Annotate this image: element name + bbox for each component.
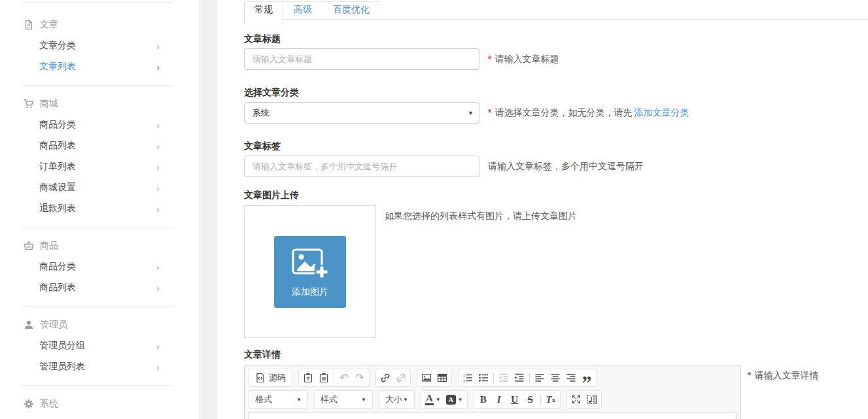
insert-table-button[interactable] — [434, 370, 450, 386]
chevron-right-icon: › — [156, 341, 160, 351]
sidebar-item-label: 订单列表 — [39, 161, 76, 173]
sidebar-item-article-category[interactable]: 文章分类 › — [0, 35, 200, 56]
sidebar-item-goods-list[interactable]: 商品列表 › — [0, 277, 200, 298]
article-icon — [24, 20, 34, 30]
format-combo[interactable]: 格式 ▼ — [251, 392, 306, 407]
detail-field-label: 文章详情 — [244, 349, 868, 361]
undo-button[interactable]: ↶ — [336, 370, 352, 386]
user-icon — [24, 320, 34, 330]
unlink-button[interactable] — [393, 370, 409, 386]
source-code-icon — [255, 373, 266, 383]
tab-bar: 常规 高级 百度优化 — [244, 1, 868, 23]
sidebar-item-basic-info[interactable]: 基本信息 › — [0, 414, 200, 419]
bulleted-list-button[interactable] — [476, 370, 491, 386]
category-field-label: 选择文章分类 — [244, 87, 868, 99]
svg-text:W: W — [322, 377, 326, 381]
paste-text-icon: T — [303, 373, 313, 383]
sidebar-item-mall-goods-category[interactable]: 商品分类 › — [0, 114, 200, 135]
background-color-icon: A — [446, 395, 456, 405]
format-combo-label: 格式 — [255, 394, 272, 405]
unlink-icon — [396, 373, 406, 383]
tab-baidu-seo[interactable]: 百度优化 — [322, 2, 380, 24]
field-group-detail: 文章详情 源码 T — [244, 349, 868, 419]
toolbar-separator — [493, 373, 494, 383]
chevron-right-icon: › — [156, 204, 160, 214]
sidebar-item-article-list[interactable]: 文章列表 › — [0, 56, 200, 77]
sidebar-item-label: 退款列表 — [39, 203, 76, 214]
category-field-hint: *请选择文章分类，如无分类，请先添加文章分类 — [488, 107, 689, 119]
bold-button[interactable]: B — [476, 392, 491, 407]
sidebar-item-label: 文章列表 — [39, 61, 76, 73]
sidebar-item-goods-category[interactable]: 商品分类 › — [0, 256, 200, 277]
chevron-right-icon: › — [156, 62, 160, 72]
tab-general[interactable]: 常规 — [244, 2, 283, 24]
chevron-right-icon: › — [156, 162, 160, 172]
field-group-tags: 文章标签 请输入文章标签，多个用中文逗号隔开 — [244, 141, 868, 177]
blockquote-button[interactable]: ” — [579, 370, 595, 386]
editor-toolbar: 源码 T W ↶ ↷ — [245, 365, 740, 412]
chevron-right-icon: › — [156, 120, 160, 130]
align-left-button[interactable] — [532, 370, 547, 386]
add-image-icon — [291, 247, 329, 281]
tags-input[interactable] — [244, 156, 479, 177]
paste-from-word-button[interactable]: W — [316, 370, 332, 386]
text-color-button[interactable]: A ▼ — [423, 392, 443, 407]
sidebar-item-label: 管理员分组 — [39, 340, 85, 352]
size-combo[interactable]: 大小 ▼ — [381, 392, 413, 407]
show-blocks-button[interactable] — [584, 392, 600, 407]
sidebar-item-order-list[interactable]: 订单列表 › — [0, 156, 200, 177]
image-icon — [421, 373, 432, 383]
image-upload-area[interactable]: 添加图片 — [244, 205, 376, 338]
add-category-link[interactable]: 添加文章分类 — [634, 107, 689, 118]
gear-icon — [24, 399, 34, 409]
outdent-icon — [498, 373, 509, 383]
add-image-button[interactable]: 添加图片 — [274, 236, 346, 308]
background-color-button[interactable]: A ▼ — [443, 392, 466, 407]
tags-field-hint: 请输入文章标签，多个用中文逗号隔开 — [488, 161, 644, 173]
strikethrough-button[interactable]: S — [523, 392, 538, 407]
tab-advanced[interactable]: 高级 — [283, 2, 322, 24]
sidebar-divider — [22, 385, 172, 386]
bulleted-list-icon — [478, 373, 489, 383]
sidebar-section-admin: 管理员 — [0, 314, 200, 335]
chevron-right-icon: › — [156, 41, 160, 51]
title-input[interactable] — [244, 48, 479, 70]
table-icon — [437, 373, 447, 383]
sidebar-item-admin-list[interactable]: 管理员列表 › — [0, 356, 200, 377]
remove-format-button[interactable]: Tx — [543, 392, 559, 407]
style-combo[interactable]: 样式 ▼ — [316, 392, 371, 407]
insert-image-button[interactable] — [419, 370, 434, 386]
sidebar-item-label: 管理员列表 — [39, 361, 85, 373]
link-button[interactable] — [377, 370, 393, 386]
maximize-button[interactable] — [568, 392, 584, 407]
italic-button[interactable]: I — [491, 392, 507, 407]
chevron-right-icon: › — [156, 262, 160, 272]
numbered-list-icon: 12 — [462, 373, 473, 383]
align-right-icon — [566, 373, 576, 383]
svg-text:2: 2 — [463, 379, 465, 383]
show-blocks-icon — [587, 394, 597, 405]
editor-content[interactable] — [249, 412, 737, 419]
underline-button[interactable]: U — [507, 392, 523, 407]
tags-field-label: 文章标签 — [244, 141, 868, 152]
detail-field-hint: *请输入文章详情 — [748, 370, 818, 382]
sidebar-item-refund-list[interactable]: 退款列表 › — [0, 198, 200, 219]
increase-indent-button[interactable] — [512, 370, 527, 386]
align-center-button[interactable] — [547, 370, 563, 386]
sidebar-item-admin-group[interactable]: 管理员分组 › — [0, 335, 200, 356]
align-left-icon — [534, 373, 545, 383]
sidebar-item-mall-goods-list[interactable]: 商品列表 › — [0, 135, 200, 156]
numbered-list-button[interactable]: 12 — [460, 370, 476, 386]
paste-text-button[interactable]: T — [300, 370, 316, 386]
sidebar-section-label: 文章 — [40, 19, 58, 31]
sidebar-item-mall-settings[interactable]: 商城设置 › — [0, 177, 200, 198]
category-select[interactable]: 系统 ▼ — [244, 102, 479, 124]
sidebar-item-label: 商品分类 — [39, 119, 76, 131]
decrease-indent-button[interactable] — [496, 370, 512, 386]
select-arrow-icon: ▼ — [468, 110, 474, 116]
align-right-button[interactable] — [563, 370, 579, 386]
image-field-hint: 如果您选择的列表样式有图片，请上传文章图片 — [385, 210, 577, 222]
source-button[interactable]: 源码 — [251, 370, 290, 386]
redo-button[interactable]: ↷ — [352, 370, 368, 386]
sidebar-item-label: 商品列表 — [39, 282, 76, 293]
